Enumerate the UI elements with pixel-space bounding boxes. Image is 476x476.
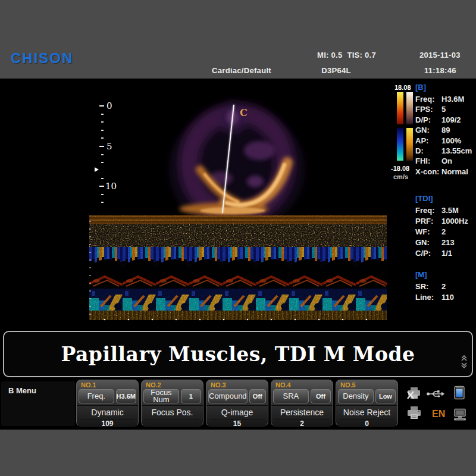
softkey-button[interactable]: SRA	[273, 389, 309, 403]
major-tick	[99, 186, 104, 187]
b-menu-panel[interactable]: B Menu	[1, 381, 75, 426]
velocity-scale-min: -18.08	[391, 165, 409, 172]
scroll-down-icon[interactable]	[460, 362, 468, 370]
knob-function-label[interactable]: Dynamic	[77, 405, 138, 419]
tdi-colorbar-negative	[397, 128, 403, 161]
mi-label: MI:	[317, 51, 329, 60]
softkey-button-value[interactable]: Off	[249, 389, 266, 403]
softkey-panel-4[interactable]: NO.4 SRA Off Persistence 2	[271, 380, 333, 427]
knob-value	[145, 419, 199, 428]
mi-value: 0.5	[331, 51, 343, 60]
brand-logo: CHISON	[11, 50, 73, 67]
annotation-text: Papillary Muscles, TDI M Mode	[4, 332, 472, 376]
language-indicator: EN	[432, 409, 445, 419]
softkey-panel-5[interactable]: NO.5 Density Low Noise Reject 0	[336, 380, 398, 427]
panel-number: NO.2	[142, 380, 203, 389]
softkey-button[interactable]: Focus Num	[143, 389, 179, 403]
tdi-m-mode-trace	[89, 215, 387, 321]
softkey-panel-1[interactable]: NO.1 Freq. H3.6M Dynamic 109	[76, 380, 139, 427]
system-date: 2015-11-03	[419, 51, 461, 60]
focus-marker	[95, 167, 99, 172]
knob-value: 15	[210, 419, 264, 428]
usb-icon	[426, 389, 445, 399]
acoustic-indices: MI: 0.5 TIS: 0.7	[317, 51, 376, 60]
panel-number: NO.5	[336, 380, 397, 389]
panel-number: NO.1	[77, 380, 138, 389]
exam-preset: Cardiac/Default	[208, 66, 275, 75]
major-tick	[99, 105, 104, 107]
softkey-panel-3[interactable]: NO.3 Compound Off Q-image 15	[206, 380, 268, 427]
panel-number: NO.4	[271, 380, 333, 389]
softkey-button-value[interactable]: 1	[181, 389, 201, 403]
scroll-up-icon[interactable]	[460, 353, 468, 362]
knob-value: 109	[80, 419, 134, 428]
b-mode-graymap-bar	[406, 92, 413, 124]
tdi-parameters: [TDI] Freq:3.5M PRF:1000Hz WF:2 GN:213 C…	[415, 194, 476, 259]
b-mode-echo-graphic	[111, 80, 390, 215]
knob-function-label[interactable]: Focus Pos.	[142, 405, 203, 419]
printer-icon	[406, 406, 422, 420]
softkey-button[interactable]: Density	[338, 389, 374, 403]
velocity-scale-max: 18.08	[394, 84, 411, 91]
softkey-button-value[interactable]: H3.6M	[116, 389, 136, 403]
m-line-label: C	[240, 107, 248, 118]
softkey-panel-2[interactable]: NO.2 Focus Num 1 Focus Pos.	[141, 380, 203, 427]
major-tick	[99, 146, 104, 147]
probe-model: D3P64L	[306, 66, 366, 75]
softkey-button-value[interactable]: Low	[375, 389, 396, 403]
softkey-button[interactable]: Freq.	[79, 389, 114, 403]
section-title-b: [B]	[415, 83, 476, 92]
m-mode-trace-graphic	[89, 215, 387, 321]
system-time: 11:18:46	[424, 66, 456, 75]
b-mode-image	[111, 80, 390, 215]
m-mode-parameters: [M] SR:2 Line:110	[415, 270, 476, 303]
knob-value: 2	[275, 419, 329, 428]
knob-function-label[interactable]: Persistence	[271, 405, 333, 419]
b-menu-label: B Menu	[1, 381, 75, 395]
section-title-tdi: [TDI]	[415, 194, 476, 203]
annotation-bar: Papillary Muscles, TDI M Mode	[3, 331, 473, 377]
tis-value: 0.7	[365, 51, 376, 60]
knob-value: 0	[340, 419, 394, 428]
storage-icon	[453, 386, 465, 400]
print-disabled-icon	[406, 387, 422, 400]
softkey-button-value[interactable]: Off	[311, 389, 331, 403]
velocity-scale-unit: cm/s	[393, 173, 408, 180]
knob-function-label[interactable]: Q-image	[206, 405, 268, 419]
ultrasound-screen: CHISON MI: 0.5 TIS: 0.7 2015-11-03 Cardi…	[0, 0, 476, 476]
knob-function-label[interactable]: Noise Reject	[336, 405, 397, 419]
tdi-colorbar-positive	[397, 92, 403, 124]
section-title-m: [M]	[415, 270, 476, 279]
tis-label: TIS:	[347, 51, 362, 60]
network-pc-icon	[452, 408, 468, 421]
b-mode-parameters: [B] Freq:H3.6M FPS:5 D/P:109/2 GN:89 AP:…	[415, 83, 476, 177]
softkey-button[interactable]: Compound	[208, 389, 248, 403]
panel-number: NO.3	[206, 380, 268, 389]
m-mode-colormap-bar	[406, 128, 413, 161]
